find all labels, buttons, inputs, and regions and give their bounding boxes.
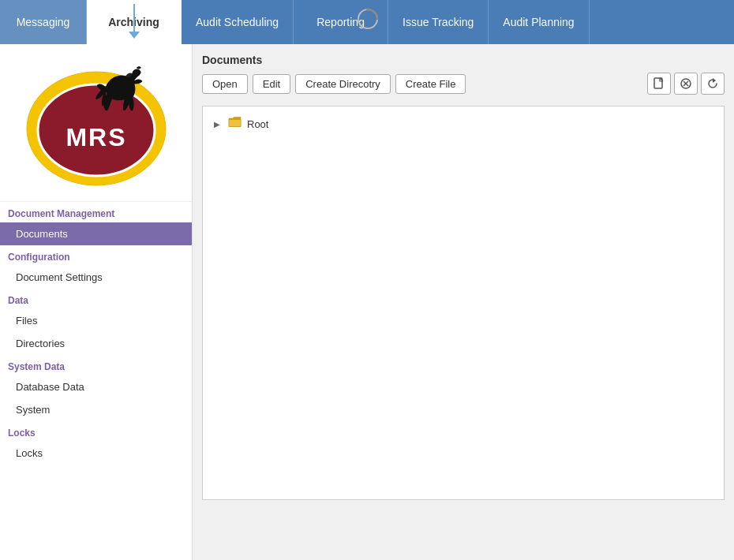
section-label-system-data: System Data	[0, 355, 192, 375]
sidebar-item-locks[interactable]: Locks	[0, 442, 192, 465]
expand-icon: ▶	[214, 120, 223, 129]
main-content: Documents Open Edit Create Direcotry Cre…	[193, 44, 734, 560]
tab-messaging[interactable]: Messaging	[0, 0, 87, 44]
tree-row-root[interactable]: ▶ Root	[209, 113, 717, 135]
new-file-icon-button[interactable]	[647, 73, 671, 95]
company-logo: MRS	[25, 56, 167, 190]
svg-point-3	[366, 8, 369, 11]
folder-icon	[228, 116, 242, 132]
create-directory-button[interactable]: Create Direcotry	[295, 74, 391, 94]
svg-marker-1	[129, 32, 140, 39]
sidebar-item-database-data[interactable]: Database Data	[0, 375, 192, 398]
section-label-locks: Locks	[0, 421, 192, 442]
logo-area: MRS	[0, 44, 192, 202]
tree-root-label: Root	[247, 118, 268, 130]
refresh-icon-button[interactable]	[701, 73, 725, 95]
section-label-data: Data	[0, 289, 192, 309]
section-label-document-management: Document Management	[0, 202, 192, 222]
open-button[interactable]: Open	[202, 74, 248, 94]
svg-marker-12	[713, 78, 716, 83]
svg-text:MRS: MRS	[66, 123, 126, 151]
spinner-icon	[355, 6, 380, 34]
create-file-button[interactable]: Create File	[395, 74, 466, 94]
edit-button[interactable]: Edit	[253, 74, 290, 94]
sidebar-item-document-settings[interactable]: Document Settings	[0, 266, 192, 289]
documents-toolbar: Open Edit Create Direcotry Create File	[202, 73, 725, 95]
sidebar: MRS Do	[0, 44, 193, 560]
file-tree: ▶ Root	[202, 106, 725, 500]
section-label-configuration: Configuration	[0, 245, 192, 266]
cancel-icon-button[interactable]	[674, 73, 698, 95]
content-title: Documents	[202, 54, 725, 66]
tab-issue-tracking[interactable]: Issue Tracking	[388, 0, 489, 44]
sidebar-item-files[interactable]: Files	[0, 309, 192, 332]
sidebar-item-directories[interactable]: Directories	[0, 332, 192, 355]
sidebar-item-documents[interactable]: Documents	[0, 222, 192, 245]
tab-audit-scheduling[interactable]: Audit Scheduling	[182, 0, 294, 44]
sidebar-item-system[interactable]: System	[0, 398, 192, 421]
tab-audit-planning[interactable]: Audit Planning	[489, 0, 589, 44]
toolbar-icon-group	[647, 73, 725, 95]
arrow-indicator	[122, 0, 146, 39]
